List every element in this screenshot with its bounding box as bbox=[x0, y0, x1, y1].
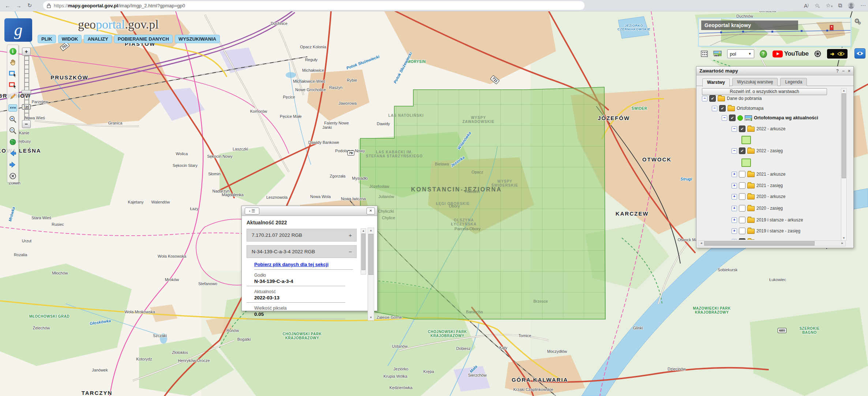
zoom-out-icon[interactable] bbox=[8, 126, 17, 135]
language-select[interactable]: pol▼ bbox=[727, 49, 754, 58]
expand-icon[interactable]: + bbox=[732, 194, 737, 199]
layer-checkbox[interactable]: ✔ bbox=[739, 238, 745, 240]
popup-section-bar[interactable]: N-34-139-C-a-3-4 2022 RGB− bbox=[247, 245, 357, 258]
select-extent-red-icon[interactable] bbox=[8, 81, 17, 90]
menu-analizy[interactable]: ANALIZY bbox=[84, 35, 112, 43]
layer-row[interactable]: +2021 - arkusze bbox=[732, 170, 785, 178]
address-bar[interactable]: https://mapy.geoportal.gov.pl/imap/Imgp_… bbox=[43, 1, 585, 10]
composition-grid-icon[interactable] bbox=[701, 51, 708, 57]
collapse-icon[interactable]: − bbox=[732, 148, 737, 154]
zoom-in-button[interactable]: + bbox=[22, 48, 31, 56]
draw-pencil-icon[interactable] bbox=[8, 92, 17, 101]
collapse-icon[interactable]: − bbox=[712, 106, 717, 111]
layer-row[interactable]: −✔Ortofotomapa wg aktualności bbox=[722, 114, 818, 122]
menu-wyszukiwania[interactable]: WYSZUKIWANIA bbox=[175, 35, 220, 43]
layer-checkbox[interactable]: ✔ bbox=[719, 105, 726, 112]
expand-icon[interactable]: + bbox=[732, 228, 737, 234]
browser-forward-icon[interactable]: → bbox=[13, 3, 24, 9]
layer-label: 2020 - zasięg bbox=[756, 206, 783, 211]
popup-section-bar[interactable]: 7.170.21.07 2022 RGB+ bbox=[247, 229, 357, 242]
layer-row[interactable]: +2019 i starsze - arkusze bbox=[732, 216, 803, 224]
popup-close-icon[interactable]: ✕ bbox=[367, 208, 375, 214]
layer-checkbox[interactable] bbox=[739, 182, 745, 189]
expand-icon[interactable]: + bbox=[732, 206, 737, 211]
info-icon[interactable]: i bbox=[8, 47, 17, 56]
site-title: geoportal.gov.pl bbox=[78, 18, 159, 31]
popup-body: Aktualność 2022 7.170.21.07 2022 RGB+N-3… bbox=[242, 216, 377, 311]
browser-refresh-icon[interactable]: ↻ bbox=[24, 2, 35, 9]
collapse-icon[interactable]: − bbox=[732, 126, 737, 132]
youtube-link[interactable]: YouTube bbox=[773, 50, 809, 57]
gear-icon[interactable]: ⚙⚙ bbox=[854, 17, 861, 26]
layer-checkbox[interactable] bbox=[739, 193, 745, 200]
layer-visibility-eye-icon[interactable] bbox=[854, 48, 865, 59]
layer-row[interactable]: +2019 i starsze - zasięg bbox=[732, 227, 800, 235]
full-extent-globe-icon[interactable] bbox=[8, 138, 17, 146]
orthophoto-2022-overlay[interactable] bbox=[360, 87, 605, 319]
layer-row[interactable]: −✔Ortofotomapa bbox=[712, 104, 763, 112]
favorite-add-icon[interactable]: ☆+ bbox=[815, 2, 820, 9]
layer-row[interactable]: +2021 - zasięg bbox=[732, 182, 783, 190]
layer-row[interactable]: +2020 - arkusze bbox=[732, 193, 785, 201]
layer-row[interactable]: −✔2022 - arkusze bbox=[732, 125, 785, 133]
profile-avatar[interactable] bbox=[848, 2, 854, 9]
layer-checkbox[interactable] bbox=[739, 217, 745, 223]
zoom-in-icon[interactable] bbox=[8, 115, 17, 124]
layer-row[interactable]: −✔2022 - zasięg bbox=[732, 147, 783, 155]
layer-row[interactable]: +2020 - zasięg bbox=[732, 204, 783, 212]
layer-checkbox[interactable]: ✔ bbox=[739, 126, 745, 132]
expand-icon[interactable]: + bbox=[732, 183, 737, 188]
expand-icon[interactable]: + bbox=[732, 172, 737, 177]
expand-icon[interactable]: + bbox=[732, 217, 737, 223]
layer-checkbox[interactable]: ✔ bbox=[729, 115, 736, 121]
layer-checkbox[interactable]: ✔ bbox=[709, 95, 716, 102]
layer-checkbox[interactable] bbox=[739, 171, 745, 178]
layer-checkbox[interactable] bbox=[739, 205, 745, 212]
overview-minimap[interactable]: Geoportal krajowy bbox=[698, 18, 852, 47]
browser-back-icon[interactable]: ← bbox=[2, 3, 13, 9]
layer-row[interactable]: −✔ bbox=[732, 238, 756, 240]
menu-plik[interactable]: PLIK bbox=[38, 35, 56, 43]
more-icon[interactable]: ⋯ bbox=[860, 2, 866, 9]
expand-icon[interactable]: + bbox=[349, 229, 352, 241]
menu-pobieranie-danych[interactable]: POBIERANIE DANYCH bbox=[114, 35, 173, 43]
collapse-icon[interactable]: − bbox=[349, 246, 352, 258]
geoportal-logo[interactable]: g bbox=[4, 18, 32, 42]
zoom-slider-handle[interactable] bbox=[22, 90, 31, 94]
next-view-icon[interactable] bbox=[8, 160, 17, 169]
favorites-icon[interactable]: ☆≡ bbox=[826, 2, 833, 9]
panel-close-icon[interactable]: × bbox=[848, 68, 850, 74]
coordinates-xyh-icon[interactable]: XYH bbox=[8, 104, 17, 112]
folder-icon bbox=[747, 206, 755, 211]
menu-widok[interactable]: WIDOK bbox=[58, 35, 82, 43]
back-to-list-icon[interactable]: ‹ ☰ bbox=[245, 208, 259, 214]
previous-view-icon[interactable] bbox=[8, 149, 17, 158]
pan-hand-icon[interactable] bbox=[8, 58, 17, 67]
collapse-icon[interactable]: − bbox=[722, 115, 727, 121]
wheel-icon[interactable] bbox=[814, 50, 822, 58]
panel-vertical-scrollbar[interactable]: ▲▼ bbox=[841, 88, 847, 241]
collections-icon[interactable]: ⧉ bbox=[838, 2, 842, 9]
select-extent-blue-icon[interactable] bbox=[8, 70, 17, 78]
layer-checkbox[interactable]: ✔ bbox=[739, 147, 745, 154]
panel-horizontal-scrollbar[interactable]: ◄► bbox=[698, 240, 846, 246]
wms-icon[interactable]: WMS bbox=[713, 51, 722, 57]
download-section-link[interactable]: Pobierz plik danych dla tej sekcji bbox=[254, 262, 357, 267]
zoom-out-button[interactable]: − bbox=[22, 120, 31, 128]
layer-checkbox[interactable] bbox=[739, 228, 745, 234]
read-aloud-icon[interactable]: A) bbox=[804, 3, 809, 9]
help-icon[interactable]: ? bbox=[760, 50, 767, 58]
popup-inner-scrollbar[interactable]: ▲ bbox=[361, 228, 366, 274]
contrast-controls[interactable]: ➜ bbox=[827, 49, 848, 59]
close-tools-icon[interactable] bbox=[8, 172, 17, 180]
zoom-slider-track[interactable] bbox=[24, 56, 29, 120]
panel-minimize-icon[interactable]: − bbox=[842, 68, 845, 74]
popup-outer-scrollbar[interactable]: ▲▼ bbox=[368, 228, 374, 321]
collapse-icon[interactable]: − bbox=[702, 96, 707, 101]
folder-icon bbox=[747, 229, 755, 234]
folder-icon bbox=[747, 194, 755, 199]
collapse-icon[interactable]: − bbox=[732, 239, 737, 240]
layer-row[interactable]: −✔Dane do pobrania bbox=[702, 94, 762, 102]
folder-icon bbox=[718, 96, 725, 101]
contrast-eye-icon bbox=[837, 51, 845, 56]
